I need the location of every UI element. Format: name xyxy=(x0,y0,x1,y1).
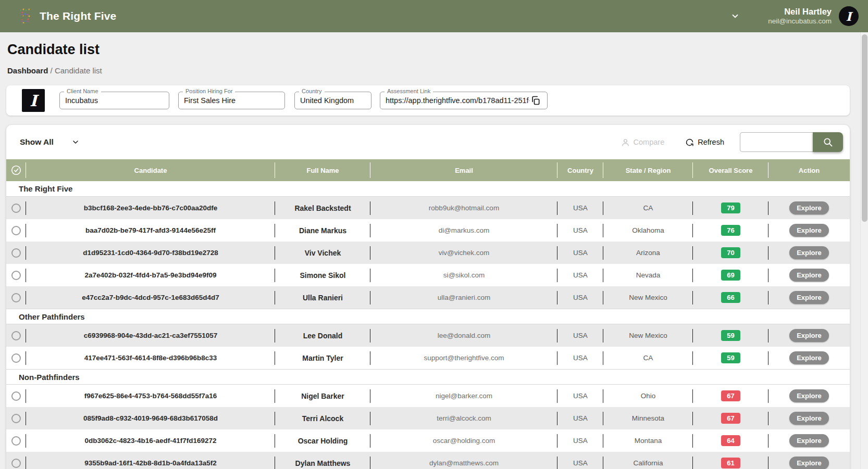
table-row: 2a7e402b-032f-4fd4-b7a5-9e3bd94e9f09 Sim… xyxy=(6,264,850,286)
search-button[interactable] xyxy=(813,132,843,152)
email-cell: viv@vichek.com xyxy=(370,242,557,264)
group-name: The Right Five xyxy=(19,184,72,193)
group-header-row: Other Pathfinders xyxy=(6,309,850,324)
row-select-radio[interactable] xyxy=(11,331,21,340)
state-region-cell: Ohio xyxy=(603,385,693,407)
row-select-radio[interactable] xyxy=(11,271,21,280)
position-hiring-field[interactable] xyxy=(184,96,279,105)
overall-score-badge: 76 xyxy=(721,225,740,236)
row-select-radio[interactable] xyxy=(11,459,21,468)
row-select-radio[interactable] xyxy=(11,414,21,423)
table-row: e47cc2a7-b9dc-4dcd-957c-1e683d65d4d7 Ull… xyxy=(6,286,850,309)
table-row: 417ee471-563f-4614-8f8e-d396b96b8c33 Mar… xyxy=(6,347,850,369)
overall-score-badge: 69 xyxy=(721,270,740,281)
scrollbar-thumb[interactable] xyxy=(862,34,867,222)
show-all-filter-dropdown[interactable]: Show All xyxy=(20,137,80,147)
breadcrumb-dashboard-link[interactable]: Dashboard xyxy=(7,66,48,75)
state-region-cell: CA xyxy=(603,197,693,219)
column-header-overall-score: Overall Score xyxy=(693,159,768,181)
email-cell: robb9uk@hotmail.com xyxy=(370,197,557,219)
candidate-id-cell: e47cc2a7-b9dc-4dcd-957c-1e683d65d4d7 xyxy=(26,286,275,309)
group-name: Other Pathfinders xyxy=(19,312,85,321)
overall-score-badge: 59 xyxy=(721,330,740,341)
email-cell: dylan@matthews.com xyxy=(370,452,557,469)
table-row: f967e625-86e4-4753-b764-568dd55f7a16 Nig… xyxy=(6,385,850,407)
table-toolbar: Show All Compare Refresh xyxy=(6,125,850,159)
country-cell: USA xyxy=(557,407,603,429)
table-body: The Right Five b3bcf168-2ee3-4ede-bb76-c… xyxy=(6,181,850,469)
candidate-id-cell: baa7d02b-be79-417f-afd3-9144e56e25ff xyxy=(26,219,275,242)
full-name-cell: Viv Vichek xyxy=(275,242,370,264)
explore-button[interactable]: Explore xyxy=(789,224,829,237)
select-all-cell[interactable] xyxy=(6,159,26,181)
state-region-cell: Montana xyxy=(603,429,693,452)
country-field[interactable] xyxy=(300,96,366,105)
row-select-radio[interactable] xyxy=(11,293,21,302)
candidate-id-cell: c6939968-904e-43dd-ac21-ca3ef7551057 xyxy=(26,324,275,347)
full-name-cell: Rakel Backstedt xyxy=(275,197,370,219)
column-header-action: Action xyxy=(768,159,850,181)
table-row: 085f9ad8-c932-4019-9649-68d3b617058d Ter… xyxy=(6,407,850,429)
overall-score-badge: 67 xyxy=(721,413,740,424)
user-email: neil@incubatus.com xyxy=(768,17,832,26)
explore-button[interactable]: Explore xyxy=(789,457,829,469)
table-row: d1d95231-1cd0-4364-9d70-f38bd19e2728 Viv… xyxy=(6,242,850,264)
candidate-id-cell: d1d95231-1cd0-4364-9d70-f38bd19e2728 xyxy=(26,242,275,264)
avatar[interactable]: I xyxy=(839,6,859,26)
email-cell: si@sikol.com xyxy=(370,264,557,286)
country-cell: USA xyxy=(557,197,603,219)
column-header-country: Country xyxy=(557,159,603,181)
user-menu-chevron-down-icon[interactable] xyxy=(730,11,740,21)
full-name-cell: Lee Donald xyxy=(275,324,370,347)
explore-button[interactable]: Explore xyxy=(789,269,829,282)
email-cell: di@markus.com xyxy=(370,219,557,242)
full-name-cell: Oscar Holding xyxy=(275,429,370,452)
breadcrumb: Dashboard / Candidate list xyxy=(7,66,102,75)
row-select-radio[interactable] xyxy=(11,353,21,363)
group-header-row: The Right Five xyxy=(6,181,850,197)
explore-button[interactable]: Explore xyxy=(789,351,829,364)
page-scrollbar[interactable] xyxy=(860,32,868,469)
assessment-link-field[interactable] xyxy=(386,96,529,105)
client-name-field[interactable] xyxy=(65,96,164,105)
search-input[interactable] xyxy=(740,132,813,152)
overall-score-badge: 70 xyxy=(721,247,740,258)
candidate-id-cell: f967e625-86e4-4753-b764-568dd55f7a16 xyxy=(26,385,275,407)
row-select-radio[interactable] xyxy=(11,248,21,258)
candidate-table-card: Show All Compare Refresh xyxy=(6,125,850,469)
state-region-cell: New Mexico xyxy=(603,324,693,347)
compare-button[interactable]: Compare xyxy=(621,138,665,147)
table-row: b3bcf168-2ee3-4ede-bb76-c7c00aa20dfe Rak… xyxy=(6,197,850,219)
explore-button[interactable]: Explore xyxy=(789,246,829,259)
explore-button[interactable]: Explore xyxy=(789,291,829,304)
row-select-radio[interactable] xyxy=(11,391,21,401)
full-name-cell: Martin Tyler xyxy=(275,347,370,369)
state-region-cell: Arizona xyxy=(603,242,693,264)
compare-label: Compare xyxy=(634,138,665,146)
state-region-cell: New Mexico xyxy=(603,286,693,309)
user-info[interactable]: Neil Hartley neil@incubatus.com xyxy=(768,6,832,26)
row-select-radio[interactable] xyxy=(11,436,21,446)
assessment-link-label: Assessment Link xyxy=(385,88,433,94)
email-cell: lee@donald.com xyxy=(370,324,557,347)
candidate-id-cell: 085f9ad8-c932-4019-9649-68d3b617058d xyxy=(26,407,275,429)
explore-button[interactable]: Explore xyxy=(789,201,829,214)
group-header-row: Non-Pathfinders xyxy=(6,369,850,385)
row-select-radio[interactable] xyxy=(11,204,21,213)
explore-button[interactable]: Explore xyxy=(789,412,829,425)
country-cell: USA xyxy=(557,452,603,469)
table-header-row: CandidateFull NameEmailCountryState / Re… xyxy=(6,159,850,181)
full-name-cell: Dylan Matthews xyxy=(275,452,370,469)
country-cell: USA xyxy=(557,286,603,309)
explore-button[interactable]: Explore xyxy=(789,389,829,402)
client-logo: I xyxy=(22,89,45,112)
refresh-button[interactable]: Refresh xyxy=(685,138,724,147)
explore-button[interactable]: Explore xyxy=(789,434,829,447)
column-header-candidate: Candidate xyxy=(26,159,275,181)
email-cell: nigel@barker.com xyxy=(370,385,557,407)
row-select-radio[interactable] xyxy=(11,226,21,235)
candidate-id-cell: 417ee471-563f-4614-8f8e-d396b96b8c33 xyxy=(26,347,275,369)
copy-link-button[interactable] xyxy=(529,94,542,107)
explore-button[interactable]: Explore xyxy=(789,329,829,342)
copy-icon xyxy=(530,95,541,106)
